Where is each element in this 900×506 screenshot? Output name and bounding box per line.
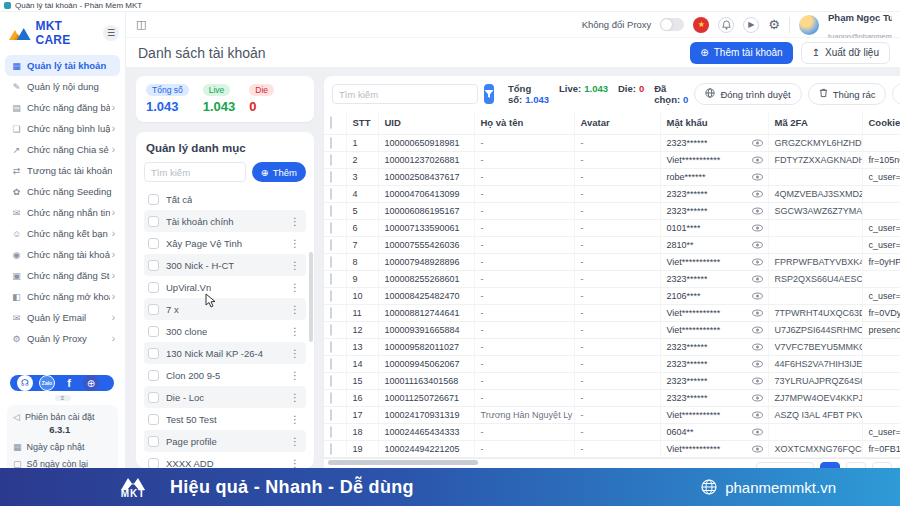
category-checkbox[interactable] [148,458,159,469]
zalo-icon[interactable]: Zalo [39,375,55,391]
table-row[interactable]: 13 100009582011027 - - 2323****** V7VFC7… [324,338,900,355]
horizontal-scrollbar[interactable] [324,458,900,459]
table-row[interactable]: 19 100024494221205 - - Viet*********** X… [324,440,900,457]
category-search-input[interactable] [144,162,246,182]
category-item[interactable]: 130 Nick Mail KP -26-4 ⋮ [144,342,306,364]
add-category-button[interactable]: ⊕ Thêm [252,162,306,182]
category-checkbox[interactable] [148,194,159,205]
user-avatar[interactable] [799,15,819,35]
show-password-eye-icon[interactable] [752,309,763,316]
row-checkbox[interactable] [330,443,332,455]
table-row[interactable]: 10 100008425482470 - - 2106**** c_user=1… [324,287,900,304]
website-globe-icon[interactable]: ⊕ [83,375,99,391]
show-password-eye-icon[interactable] [752,275,763,282]
sidebar-item[interactable]: ⚙ Quản lý Proxy › [5,328,120,349]
category-checkbox[interactable] [148,348,159,359]
kebab-menu-icon[interactable]: ⋮ [288,414,302,425]
show-password-eye-icon[interactable] [752,394,763,401]
category-item[interactable]: 300 clone ⋮ [144,320,306,342]
row-checkbox[interactable] [330,222,332,234]
export-data-button[interactable]: ↥ Xuất dữ liệu [801,42,890,64]
row-checkbox[interactable] [330,188,332,200]
row-checkbox[interactable] [330,324,332,336]
sidebar-item[interactable]: ✉ Chức năng nhắn tin › [5,202,120,223]
category-checkbox[interactable] [148,370,159,381]
show-password-eye-icon[interactable] [752,173,763,180]
table-row[interactable]: 12 100009391665884 - - Viet*********** U… [324,321,900,338]
show-password-eye-icon[interactable] [752,190,763,197]
table-row[interactable]: 17 100024170931319 Trương Hàn Nguyệt Ly … [324,406,900,423]
facebook-icon[interactable]: f [61,375,77,391]
kebab-menu-icon[interactable]: ⋮ [288,370,302,381]
sidebar-item[interactable]: ☺ Chức năng kết bạn › [5,223,120,244]
row-checkbox[interactable] [330,290,332,302]
category-checkbox[interactable] [148,260,159,271]
vietnam-flag-icon[interactable]: ★ [693,17,709,33]
table-row[interactable]: 4 100004706413099 - - 2323****** 4QMZVEB… [324,185,900,202]
table-row[interactable]: 2 100001237026881 - - Viet*********** FD… [324,151,900,168]
kebab-menu-icon[interactable]: ⋮ [288,238,302,249]
category-scrollbar[interactable] [309,252,313,342]
support-headset-icon[interactable]: ☊ [17,375,33,391]
category-checkbox[interactable] [148,282,159,293]
category-item[interactable]: 300 Nick - H-CT ⋮ [144,254,306,276]
tutorial-play-icon[interactable]: ▶ [743,17,759,33]
category-checkbox[interactable] [148,238,159,249]
kebab-menu-icon[interactable]: ⋮ [288,392,302,403]
kebab-menu-icon[interactable]: ⋮ [288,436,302,447]
sidebar-item[interactable]: ▣ Chức năng đăng Story › [5,265,120,286]
proxy-toggle[interactable] [660,18,684,31]
show-password-eye-icon[interactable] [752,445,763,452]
category-item[interactable]: Test 50 Test ⋮ [144,408,306,430]
category-checkbox[interactable] [148,216,159,227]
sidebar-item[interactable]: ❏ Chức năng bình luận › [5,118,120,139]
category-checkbox[interactable] [148,304,159,315]
sidebar-item[interactable]: ⇄ Tương tác tài khoản [5,160,120,181]
show-password-eye-icon[interactable] [752,292,763,299]
category-item[interactable]: Clon 200 9-5 ⋮ [144,364,306,386]
row-checkbox[interactable] [330,154,332,166]
show-password-eye-icon[interactable] [752,207,763,214]
table-row[interactable]: 9 100008255268601 - - 2323****** RSP2QXS… [324,270,900,287]
category-item[interactable]: Tài khoản chính ⋮ [144,210,306,232]
sidebar-collapse-button[interactable]: ☰ [103,25,119,41]
category-checkbox[interactable] [148,414,159,425]
sidebar-item[interactable]: ✿ Chức năng Seeding [5,181,120,202]
row-checkbox[interactable] [330,341,332,353]
scrollbar-thumb[interactable] [328,460,478,465]
sidebar-item[interactable]: ▤ Chức năng đăng bài › [5,97,120,118]
add-account-button[interactable]: ⊕ Thêm tài khoản [690,42,792,64]
settings-gear-icon[interactable]: ⚙ [768,17,780,32]
row-checkbox[interactable] [330,171,332,183]
row-checkbox[interactable] [330,205,332,217]
table-row[interactable]: 8 100007948928896 - - Viet*********** FP… [324,253,900,270]
sidebar-item[interactable]: ◉ Chức năng tài khoản › [5,244,120,265]
category-checkbox[interactable] [148,436,159,447]
category-item[interactable]: Tất cả [144,188,306,210]
show-password-eye-icon[interactable] [752,326,763,333]
category-item[interactable]: Die - Loc ⋮ [144,386,306,408]
kebab-menu-icon[interactable]: ⋮ [288,216,302,227]
table-row[interactable]: 1 100000650918981 - - 2323****** GRGZCKM… [324,134,900,151]
row-checkbox[interactable] [330,426,332,438]
sidebar-item[interactable]: ◧ Chức năng mở khoá › [5,286,120,307]
category-item[interactable]: 7 x ⋮ [144,298,306,320]
panel-collapse-button[interactable]: ≡ [55,395,71,401]
show-password-eye-icon[interactable] [752,343,763,350]
table-row[interactable]: 14 100009945062067 - - 2323****** 44F6HS… [324,355,900,372]
kebab-menu-icon[interactable]: ⋮ [288,326,302,337]
trash-button[interactable]: Thùng rác [808,83,887,105]
kebab-menu-icon[interactable]: ⋮ [288,458,302,469]
table-row[interactable]: 6 100007133590061 - - 0101**** c_user=1C [324,219,900,236]
category-item[interactable]: XXXX ADD ⋮ [144,452,306,468]
row-checkbox[interactable] [330,256,332,268]
row-checkbox[interactable] [330,392,332,404]
table-row[interactable]: 16 100011250726671 - - 2323****** ZJ7MPW… [324,389,900,406]
show-password-eye-icon[interactable] [752,377,763,384]
row-checkbox[interactable] [330,409,332,421]
row-checkbox[interactable] [330,375,332,387]
show-password-eye-icon[interactable] [752,241,763,248]
show-password-eye-icon[interactable] [752,224,763,231]
row-checkbox[interactable] [330,273,332,285]
sidebar-item[interactable]: ↗ Chức năng Chia sẻ › [5,139,120,160]
